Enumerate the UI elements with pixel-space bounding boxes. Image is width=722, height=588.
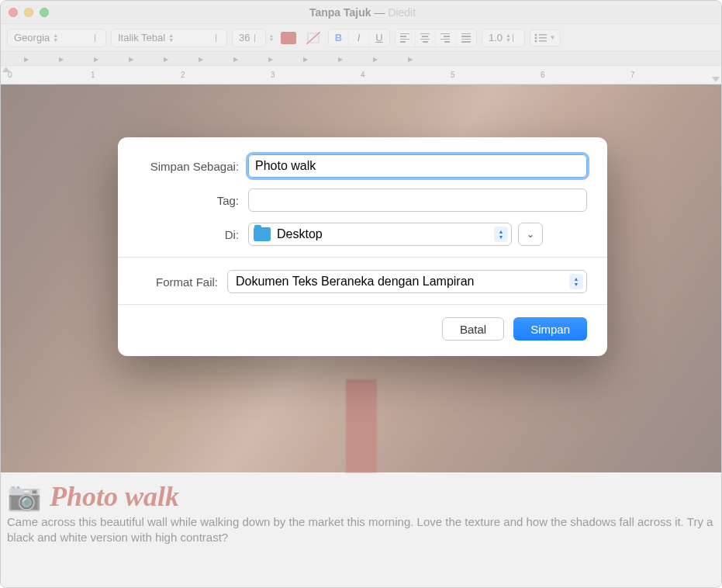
chevron-updown-icon: ▲▼ bbox=[569, 274, 583, 289]
divider bbox=[118, 257, 607, 258]
save-as-input[interactable] bbox=[248, 154, 587, 178]
app-window: Tanpa Tajuk — Diedit Georgia ▲▼ Italik T… bbox=[0, 0, 722, 588]
save-button[interactable]: Simpan bbox=[513, 317, 587, 341]
chevron-updown-icon: ▲▼ bbox=[494, 227, 508, 242]
where-location-select[interactable]: Desktop ▲▼ bbox=[248, 223, 512, 246]
expand-dialog-button[interactable]: ⌄ bbox=[518, 223, 543, 246]
cancel-button[interactable]: Batal bbox=[442, 317, 504, 341]
divider bbox=[118, 304, 607, 305]
save-dialog: Simpan Sebagai: Tag: Di: Desktop ▲▼ ⌄ Fo… bbox=[118, 137, 607, 356]
file-format-label: Format Fail: bbox=[138, 275, 227, 289]
where-label: Di: bbox=[138, 228, 248, 241]
tags-input[interactable] bbox=[248, 189, 587, 212]
save-as-label: Simpan Sebagai: bbox=[138, 160, 248, 173]
file-format-select[interactable]: Dokumen Teks Beraneka dengan Lampiran ▲▼ bbox=[227, 270, 587, 293]
chevron-down-icon: ⌄ bbox=[527, 229, 534, 240]
tags-label: Tag: bbox=[138, 194, 248, 207]
folder-icon bbox=[254, 227, 271, 241]
